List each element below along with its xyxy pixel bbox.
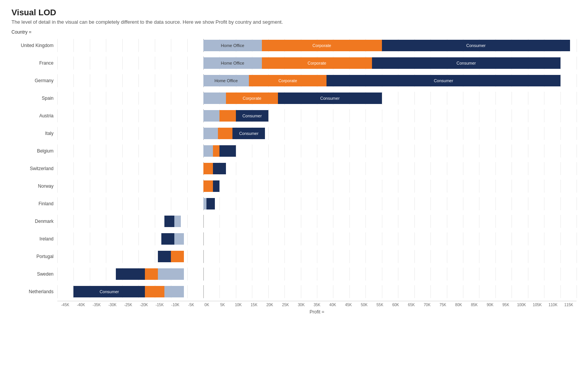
grid-line <box>236 268 236 281</box>
grid-line <box>219 197 220 210</box>
grid-line <box>187 74 188 87</box>
bar-segment-corporate: Corporate <box>249 75 327 86</box>
country-filter-label[interactable]: Country = <box>11 29 577 35</box>
grid-line <box>268 268 269 281</box>
grid-line <box>349 215 350 228</box>
grid-line <box>577 39 577 52</box>
grid-line <box>333 268 333 281</box>
grid-line <box>512 180 512 193</box>
x-tick: 15K <box>246 303 262 307</box>
grid-line <box>236 232 236 245</box>
grid-line <box>382 197 382 210</box>
grid-line <box>284 180 285 193</box>
x-tick: -30K <box>104 303 120 307</box>
grid-line <box>90 162 90 175</box>
grid-line <box>398 127 398 140</box>
grid-line <box>398 92 398 105</box>
grid-line <box>252 197 252 210</box>
grid-line <box>495 250 496 263</box>
x-tick: 30K <box>293 303 309 307</box>
grid-line <box>349 197 350 210</box>
grid-line <box>73 197 74 210</box>
grid-line <box>57 127 58 140</box>
bar-container: Consumer <box>57 109 577 122</box>
grid-line <box>155 250 155 263</box>
grid-line <box>106 74 106 87</box>
x-tick: -5K <box>183 303 199 307</box>
grid-line <box>317 127 317 140</box>
grid-line <box>382 144 382 157</box>
x-tick: 115K <box>561 303 577 307</box>
grid-line <box>138 57 139 70</box>
bar-segment-consumer: Consumer <box>236 110 268 122</box>
grid-line <box>57 39 58 52</box>
bar-segment-consumer: Consumer <box>382 40 570 51</box>
bar-segment-consumer <box>161 233 174 245</box>
grid-line <box>90 197 90 210</box>
grid-line <box>333 215 333 228</box>
country-label: Switzerland <box>11 166 57 171</box>
grid-line <box>187 57 188 70</box>
bar-container <box>57 197 577 210</box>
grid-line <box>284 162 285 175</box>
grid-line <box>560 144 561 157</box>
grid-line <box>73 162 74 175</box>
grid-line <box>512 215 512 228</box>
grid-line <box>479 162 479 175</box>
country-label: Norway <box>11 183 57 189</box>
grid-line <box>90 74 90 87</box>
grid-line <box>479 268 479 281</box>
bar-segment-consumer <box>213 180 219 192</box>
grid-line <box>106 127 106 140</box>
grid-line <box>479 197 479 210</box>
bar-container <box>57 268 577 281</box>
x-tick: 70K <box>419 303 435 307</box>
grid-line <box>268 197 269 210</box>
grid-line <box>479 180 479 193</box>
grid-line <box>414 285 415 298</box>
x-tick: 20K <box>262 303 278 307</box>
grid-line <box>414 197 415 210</box>
grid-line <box>106 232 106 245</box>
grid-line <box>57 250 58 263</box>
grid-line <box>495 232 496 245</box>
grid-line <box>57 268 58 281</box>
grid-line <box>57 144 58 157</box>
bar-segment-corporate <box>219 110 236 122</box>
grid-line <box>155 57 155 70</box>
grid-line <box>333 232 333 245</box>
chart-row: GermanyHome OfficeCorporateConsumer <box>11 72 577 89</box>
grid-line <box>155 197 155 210</box>
grid-line <box>447 180 447 193</box>
grid-line <box>495 197 496 210</box>
grid-line <box>122 74 123 87</box>
grid-line <box>398 180 398 193</box>
grid-line <box>560 250 561 263</box>
bar-segment-corporate <box>218 128 232 139</box>
grid-line <box>398 144 398 157</box>
bar-segment-consumer <box>206 198 214 209</box>
grid-line <box>560 92 561 105</box>
grid-line <box>414 180 415 193</box>
grid-line <box>414 215 415 228</box>
x-tick: 55K <box>372 303 388 307</box>
x-tick: -15K <box>152 303 167 307</box>
grid-line <box>447 144 447 157</box>
bar-segment-corporate <box>145 268 158 280</box>
x-tick: 35K <box>309 303 325 307</box>
chart-area: United KingdomHome OfficeCorporateConsum… <box>11 37 577 307</box>
grid-line <box>398 109 398 122</box>
grid-line <box>317 109 317 122</box>
grid-line <box>447 285 447 298</box>
grid-line <box>155 180 155 193</box>
grid-line <box>122 197 123 210</box>
bar-segment-corporate <box>213 145 219 157</box>
grid-line <box>252 215 252 228</box>
grid-line <box>349 162 350 175</box>
plot-area: Home OfficeCorporateConsumer <box>57 57 577 70</box>
grid-line <box>73 268 74 281</box>
grid-line <box>138 109 139 122</box>
grid-line <box>382 232 382 245</box>
grid-line <box>349 180 350 193</box>
grid-line <box>333 180 333 193</box>
